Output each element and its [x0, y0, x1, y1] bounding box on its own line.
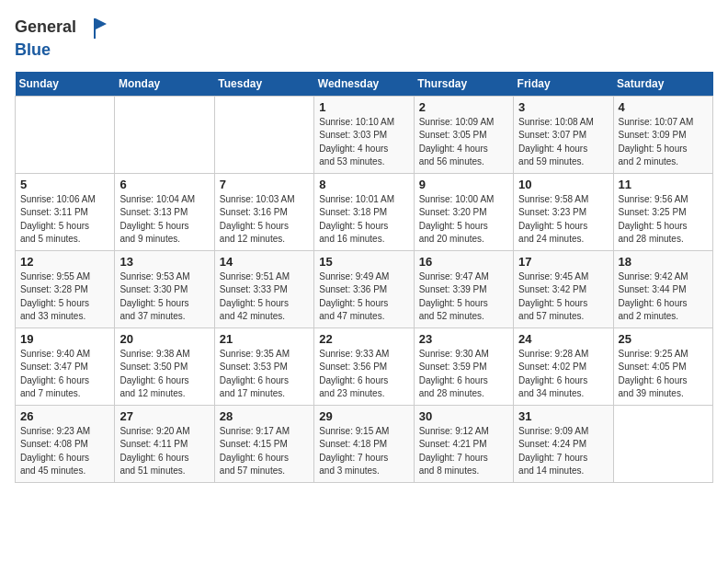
weekday-friday: Friday	[514, 72, 613, 97]
day-info: Sunrise: 10:04 AM Sunset: 3:13 PM Daylig…	[119, 193, 209, 247]
weekday-sunday: Sunday	[16, 72, 115, 97]
day-number: 13	[119, 255, 209, 269]
svg-rect-1	[94, 18, 96, 39]
day-number: 7	[220, 178, 309, 191]
logo: General Blue	[15, 15, 108, 61]
day-number: 17	[518, 255, 608, 269]
day-info: Sunrise: 10:06 AM Sunset: 3:11 PM Daylig…	[20, 193, 109, 247]
calendar-cell: 6Sunrise: 10:04 AM Sunset: 3:13 PM Dayli…	[115, 173, 214, 250]
calendar-cell: 20Sunrise: 9:38 AM Sunset: 3:50 PM Dayli…	[115, 327, 214, 405]
day-number: 27	[119, 409, 209, 423]
day-info: Sunrise: 10:00 AM Sunset: 3:20 PM Daylig…	[419, 193, 508, 247]
calendar-cell: 23Sunrise: 9:30 AM Sunset: 3:59 PM Dayli…	[414, 327, 513, 405]
calendar-cell	[115, 96, 214, 173]
day-number: 20	[119, 332, 209, 346]
week-row-1: 1Sunrise: 10:10 AM Sunset: 3:03 PM Dayli…	[16, 96, 713, 173]
calendar-cell: 16Sunrise: 9:47 AM Sunset: 3:39 PM Dayli…	[414, 250, 513, 327]
calendar-cell: 7Sunrise: 10:03 AM Sunset: 3:16 PM Dayli…	[214, 173, 313, 250]
day-number: 15	[319, 255, 408, 269]
day-info: Sunrise: 9:51 AM Sunset: 3:33 PM Dayligh…	[220, 270, 309, 324]
day-info: Sunrise: 10:08 AM Sunset: 3:07 PM Daylig…	[518, 116, 608, 169]
day-info: Sunrise: 10:09 AM Sunset: 3:05 PM Daylig…	[419, 116, 508, 169]
calendar-cell: 26Sunrise: 9:23 AM Sunset: 4:08 PM Dayli…	[16, 405, 115, 482]
day-info: Sunrise: 9:56 AM Sunset: 3:25 PM Dayligh…	[619, 193, 708, 247]
weekday-tuesday: Tuesday	[214, 72, 313, 97]
day-number: 23	[419, 332, 508, 346]
day-number: 9	[419, 178, 508, 191]
day-info: Sunrise: 9:33 AM Sunset: 3:56 PM Dayligh…	[319, 348, 408, 401]
calendar-cell: 3Sunrise: 10:08 AM Sunset: 3:07 PM Dayli…	[514, 96, 613, 173]
day-info: Sunrise: 9:20 AM Sunset: 4:11 PM Dayligh…	[119, 425, 209, 478]
day-info: Sunrise: 9:28 AM Sunset: 4:02 PM Dayligh…	[518, 348, 608, 401]
calendar-cell: 1Sunrise: 10:10 AM Sunset: 3:03 PM Dayli…	[314, 96, 414, 173]
logo-flag-icon	[83, 15, 108, 40]
day-number: 28	[220, 409, 309, 423]
day-info: Sunrise: 9:49 AM Sunset: 3:36 PM Dayligh…	[319, 270, 408, 324]
day-number: 8	[319, 178, 408, 191]
day-number: 26	[20, 409, 109, 423]
day-number: 11	[619, 178, 708, 191]
calendar-cell: 22Sunrise: 9:33 AM Sunset: 3:56 PM Dayli…	[314, 327, 414, 405]
page-header: General Blue	[15, 15, 713, 61]
weekday-thursday: Thursday	[414, 72, 513, 97]
day-number: 25	[619, 332, 708, 346]
calendar-cell: 29Sunrise: 9:15 AM Sunset: 4:18 PM Dayli…	[314, 405, 414, 482]
day-info: Sunrise: 9:45 AM Sunset: 3:42 PM Dayligh…	[518, 270, 608, 324]
day-info: Sunrise: 10:10 AM Sunset: 3:03 PM Daylig…	[319, 116, 408, 169]
day-info: Sunrise: 9:35 AM Sunset: 3:53 PM Dayligh…	[220, 348, 309, 401]
day-info: Sunrise: 9:12 AM Sunset: 4:21 PM Dayligh…	[419, 425, 508, 478]
day-info: Sunrise: 9:58 AM Sunset: 3:23 PM Dayligh…	[518, 193, 608, 247]
day-info: Sunrise: 10:01 AM Sunset: 3:18 PM Daylig…	[319, 193, 408, 247]
calendar-cell: 24Sunrise: 9:28 AM Sunset: 4:02 PM Dayli…	[514, 327, 613, 405]
week-row-4: 19Sunrise: 9:40 AM Sunset: 3:47 PM Dayli…	[16, 327, 713, 405]
day-info: Sunrise: 9:09 AM Sunset: 4:24 PM Dayligh…	[518, 425, 608, 478]
weekday-wednesday: Wednesday	[314, 72, 414, 97]
day-number: 5	[20, 178, 109, 191]
calendar-cell: 11Sunrise: 9:56 AM Sunset: 3:25 PM Dayli…	[613, 173, 712, 250]
calendar-cell: 9Sunrise: 10:00 AM Sunset: 3:20 PM Dayli…	[414, 173, 513, 250]
day-number: 1	[319, 100, 408, 114]
day-number: 29	[319, 409, 408, 423]
day-number: 30	[419, 409, 508, 423]
calendar-cell: 30Sunrise: 9:12 AM Sunset: 4:21 PM Dayli…	[414, 405, 513, 482]
calendar-cell: 21Sunrise: 9:35 AM Sunset: 3:53 PM Dayli…	[214, 327, 313, 405]
calendar-cell: 27Sunrise: 9:20 AM Sunset: 4:11 PM Dayli…	[115, 405, 214, 482]
calendar-cell: 12Sunrise: 9:55 AM Sunset: 3:28 PM Dayli…	[16, 250, 115, 327]
calendar-cell: 4Sunrise: 10:07 AM Sunset: 3:09 PM Dayli…	[613, 96, 712, 173]
calendar-cell: 17Sunrise: 9:45 AM Sunset: 3:42 PM Dayli…	[514, 250, 613, 327]
day-number: 24	[518, 332, 608, 346]
week-row-2: 5Sunrise: 10:06 AM Sunset: 3:11 PM Dayli…	[16, 173, 713, 250]
day-number: 22	[319, 332, 408, 346]
calendar-cell: 8Sunrise: 10:01 AM Sunset: 3:18 PM Dayli…	[314, 173, 414, 250]
calendar-cell: 14Sunrise: 9:51 AM Sunset: 3:33 PM Dayli…	[214, 250, 313, 327]
week-row-5: 26Sunrise: 9:23 AM Sunset: 4:08 PM Dayli…	[16, 405, 713, 482]
day-info: Sunrise: 10:03 AM Sunset: 3:16 PM Daylig…	[220, 193, 309, 247]
calendar-cell	[16, 96, 115, 173]
day-info: Sunrise: 9:15 AM Sunset: 4:18 PM Dayligh…	[319, 425, 408, 478]
svg-marker-0	[96, 18, 107, 29]
weekday-saturday: Saturday	[613, 72, 712, 97]
calendar-cell: 5Sunrise: 10:06 AM Sunset: 3:11 PM Dayli…	[16, 173, 115, 250]
day-number: 10	[518, 178, 608, 191]
calendar-cell: 2Sunrise: 10:09 AM Sunset: 3:05 PM Dayli…	[414, 96, 513, 173]
weekday-monday: Monday	[115, 72, 214, 97]
day-number: 6	[119, 178, 209, 191]
logo-general: General	[15, 17, 76, 36]
day-number: 3	[518, 100, 608, 114]
day-number: 18	[619, 255, 708, 269]
calendar-table: SundayMondayTuesdayWednesdayThursdayFrid…	[15, 72, 713, 483]
day-number: 16	[419, 255, 508, 269]
logo-blue: Blue	[15, 40, 51, 59]
day-info: Sunrise: 9:42 AM Sunset: 3:44 PM Dayligh…	[619, 270, 708, 324]
calendar-body: 1Sunrise: 10:10 AM Sunset: 3:03 PM Dayli…	[16, 96, 713, 482]
day-info: Sunrise: 9:23 AM Sunset: 4:08 PM Dayligh…	[20, 425, 109, 478]
day-number: 2	[419, 100, 508, 114]
day-info: Sunrise: 9:17 AM Sunset: 4:15 PM Dayligh…	[220, 425, 309, 478]
day-number: 31	[518, 409, 608, 423]
day-number: 21	[220, 332, 309, 346]
day-info: Sunrise: 9:25 AM Sunset: 4:05 PM Dayligh…	[619, 348, 708, 401]
day-info: Sunrise: 9:55 AM Sunset: 3:28 PM Dayligh…	[20, 270, 109, 324]
calendar-cell: 19Sunrise: 9:40 AM Sunset: 3:47 PM Dayli…	[16, 327, 115, 405]
weekday-header-row: SundayMondayTuesdayWednesdayThursdayFrid…	[16, 72, 713, 97]
calendar-cell: 28Sunrise: 9:17 AM Sunset: 4:15 PM Dayli…	[214, 405, 313, 482]
